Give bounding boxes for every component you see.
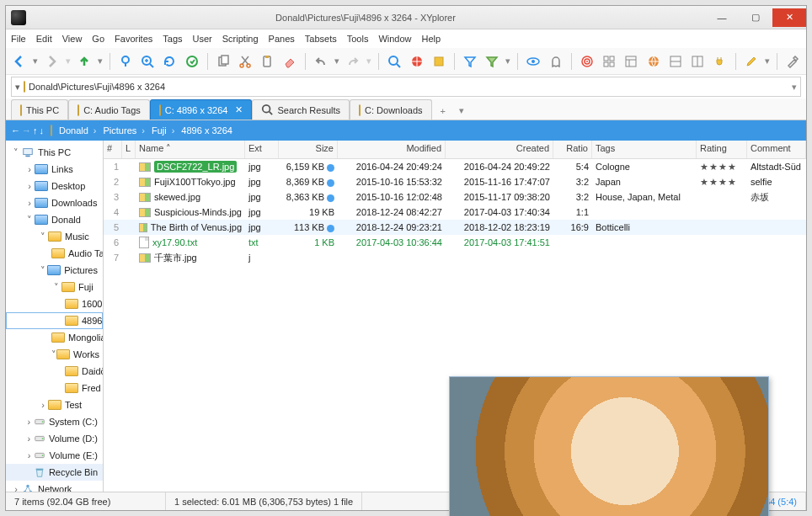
- column-headers[interactable]: # L Name ˄ Ext Size Modified Created Rat…: [104, 141, 806, 159]
- book-button[interactable]: [430, 52, 447, 71]
- bc-up-icon[interactable]: ↑: [33, 125, 38, 136]
- file-name-cell[interactable]: Suspicious-Minds.jpg: [136, 207, 245, 217]
- ghost-button[interactable]: [548, 52, 564, 71]
- menu-help[interactable]: Help: [422, 34, 441, 44]
- file-row[interactable]: 6xy17.90.txttxt1 KB2017-04-03 10:36:4420…: [104, 235, 806, 250]
- menu-user[interactable]: User: [193, 34, 212, 44]
- bc-fwd-icon[interactable]: →: [22, 125, 31, 136]
- filter-active-button[interactable]: [483, 52, 500, 71]
- tree-twisty-icon[interactable]: ›: [24, 181, 35, 191]
- menu-file[interactable]: File: [11, 34, 26, 44]
- copy-button[interactable]: [215, 52, 232, 71]
- file-row[interactable]: 4Suspicious-Minds.jpgjpg19 KB2018-12-24 …: [104, 205, 806, 220]
- tree-item[interactable]: Mongolia: [6, 329, 103, 346]
- bc-down-icon[interactable]: ↓: [40, 125, 45, 136]
- tools-button[interactable]: [784, 52, 801, 71]
- address-bar[interactable]: ▾ Donald\Pictures\Fuji\4896 x 3264 ▾: [11, 77, 801, 97]
- menu-favorites[interactable]: Favorites: [115, 34, 152, 44]
- menu-view[interactable]: View: [62, 34, 83, 44]
- tree-twisty-icon[interactable]: ˅: [11, 147, 21, 158]
- tree-item[interactable]: 4896 x 3264: [6, 312, 103, 329]
- close-button[interactable]: ✕: [772, 8, 806, 27]
- menu-tabsets[interactable]: Tabsets: [305, 34, 337, 44]
- col-tags[interactable]: Tags: [592, 141, 697, 158]
- col-comment[interactable]: Comment: [747, 141, 806, 158]
- refresh-button[interactable]: [161, 52, 178, 71]
- tree-twisty-icon[interactable]: ˅: [24, 215, 35, 226]
- col-rating[interactable]: Rating: [697, 141, 747, 158]
- file-name-cell[interactable]: The Birth of Venus.jpg: [136, 222, 245, 232]
- grid-button[interactable]: [601, 52, 617, 71]
- tree-item[interactable]: ˅This PC: [6, 144, 103, 161]
- file-row[interactable]: 5The Birth of Venus.jpgjpg113 KB2018-12-…: [104, 220, 806, 235]
- tab-1[interactable]: C: Audio Tags: [68, 99, 150, 120]
- crumb-1[interactable]: Pictures: [104, 125, 137, 136]
- tree-twisty-icon[interactable]: ˅: [38, 231, 48, 242]
- tree-item[interactable]: ˅Donald: [6, 211, 103, 228]
- brush-dropdown-icon[interactable]: ▾: [765, 56, 770, 66]
- crumb-3[interactable]: 4896 x 3264: [181, 125, 232, 136]
- location-button[interactable]: [117, 52, 134, 71]
- tree-item[interactable]: ˅Works: [6, 346, 103, 363]
- split-v-button[interactable]: [689, 52, 706, 71]
- tree-twisty-icon[interactable]: ›: [24, 434, 34, 444]
- tree-item[interactable]: ˅Pictures: [6, 262, 103, 279]
- col-created[interactable]: Created: [446, 141, 553, 158]
- tree-twisty-icon[interactable]: ›: [38, 400, 48, 410]
- menu-edit[interactable]: Edit: [36, 34, 52, 44]
- tree-item[interactable]: Recycle Bin: [6, 464, 103, 481]
- sync-button[interactable]: [184, 52, 200, 71]
- preview-button[interactable]: [525, 52, 542, 71]
- close-tab-icon[interactable]: ✕: [235, 104, 243, 115]
- up-button[interactable]: [76, 52, 93, 71]
- tree-item[interactable]: ›Test: [6, 396, 103, 413]
- new-tab-button[interactable]: +: [432, 103, 454, 120]
- redo-button[interactable]: [345, 52, 361, 71]
- forward-button[interactable]: [43, 52, 60, 71]
- layout-button[interactable]: [622, 52, 639, 71]
- tabs-dropdown-icon[interactable]: ▾: [454, 102, 469, 120]
- tab-4[interactable]: C: Downloads: [350, 99, 431, 120]
- tree-twisty-icon[interactable]: ›: [24, 417, 34, 427]
- forward-dropdown-icon[interactable]: ▾: [66, 56, 71, 66]
- tree-twisty-icon[interactable]: ›: [24, 450, 34, 460]
- crumb-0[interactable]: Donald: [59, 125, 88, 136]
- back-dropdown-icon[interactable]: ▾: [33, 56, 38, 66]
- split-h-button[interactable]: [667, 52, 684, 71]
- tree-twisty-icon[interactable]: ›: [24, 198, 35, 208]
- tree-item[interactable]: ›Network: [6, 481, 103, 492]
- tree-item[interactable]: 1600 x 1066: [6, 295, 103, 312]
- menu-scripting[interactable]: Scripting: [222, 34, 259, 44]
- paste-button[interactable]: [259, 52, 275, 71]
- target-button[interactable]: [579, 52, 596, 71]
- tree-twisty-icon[interactable]: ˅: [51, 282, 61, 293]
- plug-button[interactable]: [711, 52, 728, 71]
- tree-item[interactable]: ›Desktop: [6, 178, 103, 194]
- menu-go[interactable]: Go: [92, 34, 104, 44]
- tab-0[interactable]: This PC: [11, 99, 68, 120]
- tree-item[interactable]: ˅Fuji: [6, 279, 103, 295]
- minimize-button[interactable]: —: [705, 8, 739, 27]
- folder-tree[interactable]: ˅This PC›Links›Desktop›Downloads˅Donald˅…: [6, 141, 104, 492]
- tab-3[interactable]: Search Results: [252, 99, 350, 120]
- col-ratio[interactable]: Ratio: [553, 141, 592, 158]
- brush-button[interactable]: [743, 52, 760, 71]
- col-modified[interactable]: Modified: [338, 141, 446, 158]
- file-row[interactable]: 2FujiX100TTokyo.jpgjpg8,369 KB2015-10-16…: [104, 174, 806, 189]
- address-expand-icon[interactable]: ▾: [792, 82, 797, 93]
- file-name-cell[interactable]: xy17.90.txt: [136, 237, 245, 248]
- file-name-cell[interactable]: FujiX100TTokyo.jpg: [136, 177, 245, 187]
- menu-panes[interactable]: Panes: [269, 34, 295, 44]
- bc-back-icon[interactable]: ←: [11, 125, 20, 136]
- crumb-2[interactable]: Fuji: [152, 125, 167, 136]
- tree-item[interactable]: Daidō Moriyama: [6, 363, 103, 380]
- col-num[interactable]: #: [104, 141, 122, 158]
- tree-item[interactable]: Fred Herzog: [6, 380, 103, 396]
- menu-tags[interactable]: Tags: [163, 34, 182, 44]
- dropdown-icon[interactable]: ▾: [15, 82, 20, 93]
- file-name-cell[interactable]: skewed.jpg: [136, 192, 245, 202]
- zoom-button[interactable]: [139, 52, 156, 71]
- erase-button[interactable]: [281, 52, 298, 71]
- file-row[interactable]: 3skewed.jpgjpg8,363 KB2015-10-16 12:02:4…: [104, 189, 806, 205]
- tree-twisty-icon[interactable]: ›: [11, 484, 21, 492]
